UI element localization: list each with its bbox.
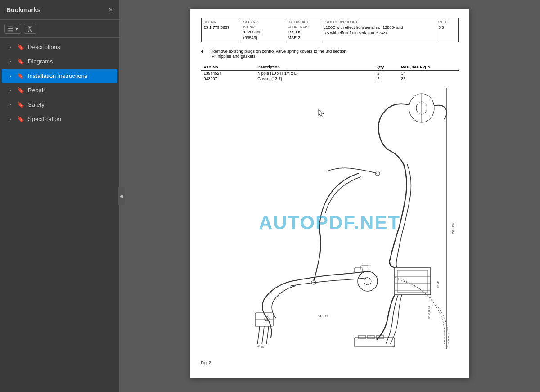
step-4-number: 4	[201, 49, 207, 59]
bookmark-icon-repair: 🔖	[17, 87, 24, 94]
svg-rect-20	[368, 335, 374, 339]
part-no-2: 943907	[201, 76, 255, 81]
sidebar-label-descriptions: Descriptions	[28, 44, 112, 50]
sidebar-label-repair: Repair	[28, 87, 112, 94]
close-button[interactable]: ×	[109, 6, 113, 14]
diagram-area: MS 462	[201, 88, 459, 358]
bookmark-icon-installation: 🔖	[17, 72, 24, 79]
col-header-pos: Pos., see Fig. 2	[398, 64, 458, 71]
svg-line-4	[31, 29, 32, 30]
sidebar-title: Bookmarks	[6, 6, 40, 14]
parts-table: Part No. Description Qty. Pos., see Fig.…	[201, 64, 459, 81]
sidebar-label-diagrams: Diagrams	[28, 58, 112, 65]
collapse-icon: ◀	[120, 194, 123, 198]
part-pos-1: 34	[398, 71, 458, 77]
svg-text:35: 35	[261, 346, 264, 348]
bookmark-icon-safety: 🔖	[17, 101, 24, 108]
bookmark-search-icon	[27, 26, 33, 32]
expand-dropdown-icon: ▾	[15, 26, 18, 32]
sidebar-item-specification[interactable]: › 🔖 Specification	[2, 112, 117, 126]
svg-point-3	[29, 27, 31, 29]
part-desc-1: Nipple (10 x R 1/4 x L)	[255, 71, 374, 77]
bookmark-search-button[interactable]	[24, 24, 36, 34]
chevron-icon-specification: ›	[7, 117, 14, 122]
sidebar-collapse-handle[interactable]: ◀	[118, 187, 125, 205]
chevron-icon-installation: ›	[7, 73, 14, 78]
svg-rect-0	[8, 26, 14, 27]
datum-label: DATUM/DATEENHET-DEPT	[288, 20, 318, 29]
sidebar-item-safety[interactable]: › 🔖 Safety	[2, 98, 117, 112]
svg-rect-19	[359, 335, 365, 339]
produkt-label: PRODUKT/PRODUCT	[324, 20, 433, 25]
col-header-qty: Qty.	[374, 64, 398, 71]
sidebar-item-diagrams[interactable]: › 🔖 Diagrams	[2, 54, 117, 68]
svg-text:34: 34	[257, 344, 260, 347]
svg-rect-2	[8, 30, 14, 31]
svg-text:34 35: 34 35	[437, 281, 440, 288]
svg-point-16	[358, 271, 378, 291]
svg-text:34: 34	[318, 315, 321, 318]
sidebar-item-descriptions[interactable]: › 🔖 Descriptions	[2, 40, 117, 54]
bookmark-icon-diagrams: 🔖	[17, 58, 24, 65]
table-row: 13944524 Nipple (10 x R 1/4 x L) 2 34	[201, 71, 459, 77]
svg-text:34 35 36 37: 34 35 36 37	[428, 306, 431, 319]
chevron-icon-descriptions: ›	[7, 45, 14, 50]
page-value: 3/8	[438, 25, 444, 30]
chevron-icon-diagrams: ›	[7, 59, 14, 64]
part-qty-2: 2	[374, 76, 398, 81]
bookmark-icon-specification: 🔖	[17, 116, 24, 122]
ref-nr-value: 23 1 779 3637	[204, 25, 230, 30]
document-page: REF NR 23 1 779 3637 SATS NRKIT NO 11705…	[190, 9, 469, 378]
produkt-value: L120C with effect from serial no. 12883-…	[324, 25, 403, 36]
expand-all-button[interactable]: ▾	[4, 24, 21, 34]
col-header-partno: Part No.	[201, 64, 255, 71]
svg-rect-11	[395, 268, 431, 295]
part-desc-2: Gasket (13.7)	[255, 76, 374, 81]
ref-nr-label: REF NR	[204, 20, 238, 25]
figure-label: Fig. 2	[201, 360, 459, 365]
sidebar-label-specification: Specification	[28, 116, 112, 122]
page-label: PAGE	[438, 20, 456, 25]
main-content: REF NR 23 1 779 3637 SATS NRKIT NO 11705…	[119, 0, 540, 392]
sats-nr-label: SATS NRKIT NO	[243, 20, 283, 29]
sidebar-label-safety: Safety	[28, 101, 112, 108]
col-header-desc: Description	[255, 64, 374, 71]
part-pos-2: 35	[398, 76, 458, 81]
svg-text:MS 462: MS 462	[452, 223, 455, 234]
step-4-row: 4 Remove existing plugs on control valve…	[201, 49, 459, 59]
chevron-icon-safety: ›	[7, 102, 14, 107]
sats-nr-value: 11705880(93543)	[243, 30, 261, 40]
sidebar-item-repair[interactable]: › 🔖 Repair	[2, 83, 117, 97]
sidebar-label-installation: Installation Instructions	[28, 72, 112, 79]
step-4-text: Remove existing plugs on control valve s…	[212, 49, 348, 59]
svg-point-17	[364, 278, 371, 285]
chevron-icon-repair: ›	[7, 88, 14, 93]
nav-items: › 🔖 Descriptions › 🔖 Diagrams › 🔖 Instal…	[0, 38, 119, 392]
document-header-table: REF NR 23 1 779 3637 SATS NRKIT NO 11705…	[201, 18, 459, 42]
datum-value: 199905MSE-2	[288, 30, 301, 40]
sidebar-header: Bookmarks ×	[0, 0, 119, 20]
sidebar: Bookmarks × ▾ › 🔖 Descriptions ›	[0, 0, 119, 392]
svg-rect-12	[397, 270, 428, 292]
table-row: 943907 Gasket (13.7) 2 35	[201, 76, 459, 81]
svg-rect-1	[8, 28, 14, 29]
part-qty-1: 2	[374, 71, 398, 77]
sidebar-toolbar: ▾	[0, 20, 119, 38]
sidebar-item-installation[interactable]: › 🔖 Installation Instructions	[2, 69, 117, 83]
technical-diagram-svg: MS 462	[201, 88, 459, 353]
expand-icon	[8, 26, 14, 32]
part-no-1: 13944524	[201, 71, 255, 77]
svg-text:35: 35	[325, 315, 328, 318]
bookmark-icon-descriptions: 🔖	[17, 44, 24, 50]
